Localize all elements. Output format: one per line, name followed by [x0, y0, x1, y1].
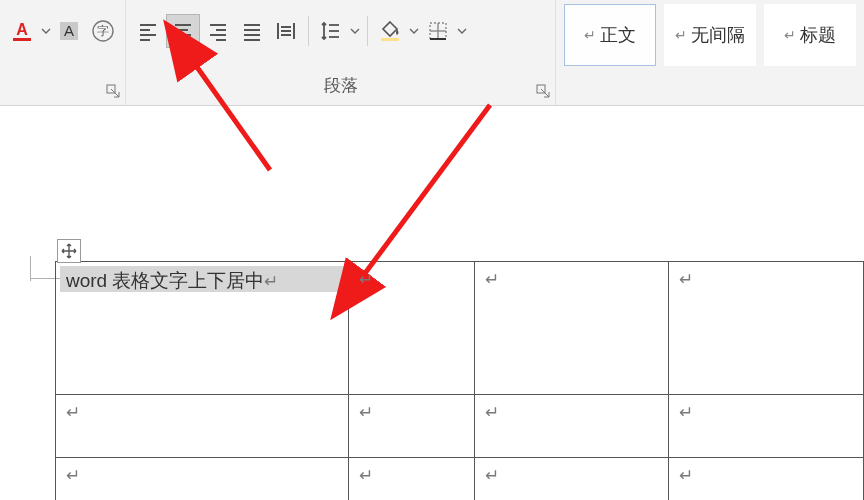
cell-text: ↵: [359, 401, 373, 422]
table-cell[interactable]: ↵: [474, 458, 669, 501]
document-area[interactable]: word 表格文字上下居中↵↵↵↵↵↵↵↵↵↵↵↵: [0, 106, 864, 500]
table-cell[interactable]: ↵: [348, 395, 474, 458]
cell-end-mark-icon: ↵: [485, 403, 499, 422]
ribbon: A A 字: [0, 0, 864, 106]
table-row: ↵↵↵↵: [56, 395, 864, 458]
cell-text: word 表格文字上下居中↵: [66, 270, 278, 291]
table-cell[interactable]: ↵: [56, 395, 349, 458]
char-border-button[interactable]: 字: [87, 15, 119, 47]
table-cell[interactable]: ↵: [669, 262, 864, 395]
cell-text: ↵: [679, 464, 693, 485]
borders-button[interactable]: [422, 15, 454, 47]
table-cell[interactable]: word 表格文字上下居中↵: [56, 262, 349, 395]
paragraph-group-label: 段落: [126, 74, 555, 97]
cell-end-mark-icon: ↵: [66, 403, 80, 422]
cell-text: ↵: [359, 268, 373, 289]
cell-text: ↵: [485, 464, 499, 485]
text-highlight-button[interactable]: A: [54, 15, 86, 47]
svg-rect-1: [13, 38, 31, 41]
font-color-dropdown[interactable]: [40, 15, 52, 47]
separator: [308, 16, 309, 46]
cell-end-mark-icon: ↵: [679, 466, 693, 485]
paragraph-mark-icon: ↵: [675, 27, 687, 43]
ribbon-group-paragraph: 段落: [126, 0, 556, 105]
font-color-button[interactable]: A: [6, 15, 38, 47]
table-row: ↵↵↵↵: [56, 458, 864, 501]
cell-text: ↵: [679, 268, 693, 289]
style-item-label: 正文: [600, 23, 636, 47]
table-cell[interactable]: ↵: [669, 395, 864, 458]
cell-end-mark-icon: ↵: [485, 270, 499, 289]
shading-dropdown[interactable]: [408, 15, 420, 47]
table-cell[interactable]: ↵: [669, 458, 864, 501]
separator: [367, 16, 368, 46]
cell-end-mark-icon: ↵: [66, 466, 80, 485]
svg-text:A: A: [64, 22, 74, 39]
svg-text:A: A: [16, 21, 28, 38]
svg-text:字: 字: [97, 24, 109, 38]
style-item-1[interactable]: ↵无间隔: [664, 4, 756, 66]
cell-end-mark-icon: ↵: [359, 403, 373, 422]
line-spacing-button[interactable]: [315, 15, 347, 47]
line-spacing-dropdown[interactable]: [349, 15, 361, 47]
page: word 表格文字上下居中↵↵↵↵↵↵↵↵↵↵↵↵: [55, 261, 864, 500]
paragraph-mark-icon: ↵: [784, 27, 796, 43]
borders-dropdown[interactable]: [456, 15, 468, 47]
style-item-2[interactable]: ↵标题: [764, 4, 856, 66]
table-row: word 表格文字上下居中↵↵↵↵: [56, 262, 864, 395]
table-cell[interactable]: ↵: [56, 458, 349, 501]
cell-text: ↵: [359, 464, 373, 485]
align-center-button[interactable]: [166, 14, 200, 48]
cell-text: ↵: [679, 401, 693, 422]
ruler-guide-v: [30, 256, 31, 281]
cell-end-mark-icon: ↵: [679, 403, 693, 422]
table-cell[interactable]: ↵: [474, 395, 669, 458]
ribbon-group-font: A A 字: [0, 0, 126, 105]
document-table[interactable]: word 表格文字上下居中↵↵↵↵↵↵↵↵↵↵↵↵: [55, 261, 864, 500]
style-item-0[interactable]: ↵正文: [564, 4, 656, 66]
cell-text: ↵: [66, 464, 80, 485]
table-move-handle[interactable]: [57, 239, 81, 263]
paragraph-dialog-launcher[interactable]: [535, 83, 551, 99]
cell-text: ↵: [485, 401, 499, 422]
svg-rect-31: [381, 38, 399, 41]
table-cell[interactable]: ↵: [348, 458, 474, 501]
align-right-button[interactable]: [202, 15, 234, 47]
cell-end-mark-icon: ↵: [485, 466, 499, 485]
style-item-label: 标题: [800, 23, 836, 47]
align-justify-button[interactable]: [236, 15, 268, 47]
shading-button[interactable]: [374, 15, 406, 47]
cell-end-mark-icon: ↵: [359, 466, 373, 485]
font-dialog-launcher[interactable]: [105, 83, 121, 99]
paragraph-mark-icon: ↵: [584, 27, 596, 43]
cell-end-mark-icon: ↵: [359, 270, 373, 289]
cell-end-mark-icon: ↵: [264, 272, 278, 291]
ribbon-group-styles: ↵正文↵无间隔↵标题: [556, 0, 864, 105]
table-cell[interactable]: ↵: [474, 262, 669, 395]
align-left-button[interactable]: [132, 15, 164, 47]
table-cell[interactable]: ↵: [348, 262, 474, 395]
cell-text: ↵: [485, 268, 499, 289]
style-item-label: 无间隔: [691, 23, 745, 47]
cell-end-mark-icon: ↵: [679, 270, 693, 289]
align-distributed-button[interactable]: [270, 15, 302, 47]
cell-text: ↵: [66, 401, 80, 422]
